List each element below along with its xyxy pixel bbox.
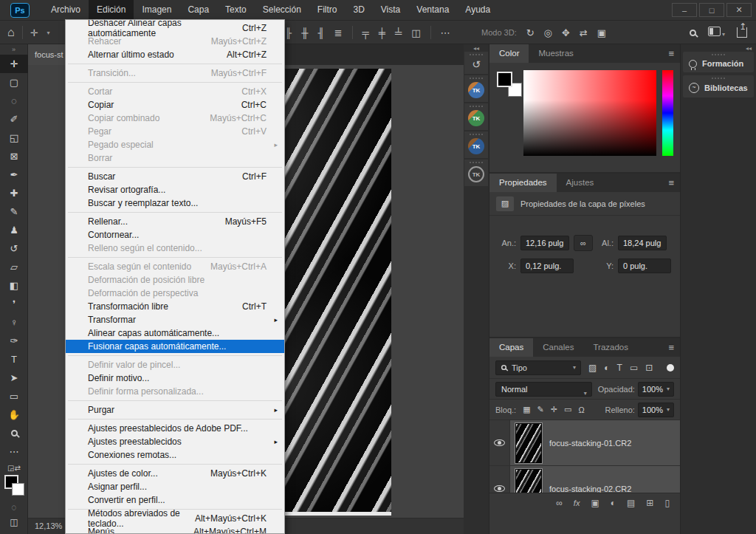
filter-smart-objects-icon[interactable]: ⊡ xyxy=(645,363,653,373)
frame-tool[interactable]: ⊠ xyxy=(0,147,28,165)
eraser-tool[interactable]: ▱ xyxy=(0,258,28,276)
type-tool[interactable]: T xyxy=(0,350,28,369)
align-vertical-centers-icon[interactable]: ╫ xyxy=(301,27,308,38)
maximize-button[interactable]: □ xyxy=(699,3,724,17)
new-layer-icon[interactable]: ⊞ xyxy=(646,498,653,508)
close-button[interactable]: ✕ xyxy=(726,3,752,17)
current-tool-icon[interactable]: ✛ xyxy=(30,27,38,38)
menu-edicion[interactable]: Edición xyxy=(89,0,134,21)
hue-slider[interactable] xyxy=(662,70,673,156)
properties-tab-ajustes[interactable]: Ajustes xyxy=(557,174,604,192)
swap-colors-icon[interactable]: ◲⇄ xyxy=(0,464,28,472)
align-top-edges-icon[interactable]: ╤ xyxy=(362,27,369,38)
menu-item-conexiones-remotas[interactable]: Conexiones remotas... xyxy=(66,448,284,462)
more-align-options-icon[interactable]: ⋯ xyxy=(441,27,450,38)
pen-tool[interactable]: ✑ xyxy=(0,332,28,350)
layers-tab-canales[interactable]: Canales xyxy=(533,338,583,357)
menu-archivo[interactable]: Archivo xyxy=(43,0,89,21)
collapse-dock-icon[interactable]: ◂◂ xyxy=(464,45,489,52)
panel-menu-icon[interactable]: ≡ xyxy=(668,174,674,192)
object-selection-tool[interactable]: ✐ xyxy=(0,110,28,129)
screen-mode-icon[interactable]: ◫ xyxy=(0,515,28,530)
distribute-spacing-icon[interactable]: ◫ xyxy=(411,27,420,38)
3d-roll-icon[interactable]: ◎ xyxy=(544,27,552,38)
tk7-panel-icon-1[interactable]: TK xyxy=(468,82,484,98)
move-tool[interactable]: ✛ xyxy=(0,55,28,73)
menu-item-deshacer-alinear-capas-automaticamente[interactable]: Deshacer Alinear capas automáticamenteCt… xyxy=(66,21,284,35)
filter-pixel-layers-icon[interactable]: ▨ xyxy=(588,363,597,373)
saturation-brightness-field[interactable] xyxy=(523,70,656,156)
gradient-tool[interactable]: ◧ xyxy=(0,276,28,295)
zoom-tool[interactable] xyxy=(0,424,28,442)
tk7-panel-icon-2[interactable]: TK xyxy=(468,110,484,126)
lock-all-icon[interactable]: Ω xyxy=(578,405,584,414)
align-horizontal-centers-icon[interactable]: ╪ xyxy=(379,27,385,38)
fill-field[interactable]: 100%▾ xyxy=(638,403,674,417)
share-icon[interactable] xyxy=(737,27,747,38)
align-bottom-edges-icon[interactable]: ╧ xyxy=(395,27,402,38)
menu-item-contornear[interactable]: Contornear... xyxy=(66,228,284,242)
blend-mode-select[interactable]: Normal ▾ xyxy=(495,382,592,397)
menu-item-fusionar-capas-automaticamente[interactable]: Fusionar capas automáticamente... xyxy=(66,340,284,353)
menu-item-convertir-en-perfil[interactable]: Convertir en perfil... xyxy=(66,493,284,507)
rectangular-marquee-tool[interactable]: ▢ xyxy=(0,73,28,92)
tk7-panel-icon-3[interactable]: TK xyxy=(468,138,484,154)
background-color-swatch[interactable] xyxy=(12,483,24,496)
lock-artboard-icon[interactable]: ▭ xyxy=(564,405,571,414)
blur-tool[interactable]: ❜ xyxy=(0,295,28,313)
rectangle-tool[interactable]: ▭ xyxy=(0,387,28,405)
lock-transparency-icon[interactable]: ▦ xyxy=(523,405,530,414)
crop-tool[interactable]: ◱ xyxy=(0,129,28,147)
menu-item-definir-motivo[interactable]: Definir motivo... xyxy=(66,372,284,385)
search-icon[interactable] xyxy=(690,30,696,36)
height-field[interactable]: 18,24 pulg xyxy=(618,236,667,250)
properties-tab-propiedades[interactable]: Propiedades xyxy=(489,174,557,192)
collapse-rail-icon[interactable]: ◂◂ xyxy=(746,45,752,52)
color-tab-muestras[interactable]: Muestras xyxy=(529,44,583,63)
color-swatches[interactable] xyxy=(497,72,522,97)
dodge-tool[interactable]: ♀ xyxy=(0,313,28,332)
menu-item-buscar-y-reemplazar-texto[interactable]: Buscar y reemplazar texto... xyxy=(66,196,284,210)
history-brush-tool[interactable]: ↺ xyxy=(0,239,28,258)
document-tab[interactable]: focus-st xyxy=(28,44,70,65)
quick-mask-icon[interactable]: ◌ xyxy=(0,500,28,515)
layer-row[interactable]: focus-stacking-01.CR2 xyxy=(489,420,680,466)
menu-ventana[interactable]: Ventana xyxy=(408,0,457,21)
tk7-panel-icon-4-card[interactable]: TK xyxy=(464,160,488,186)
menu-item-transformacion-libre[interactable]: Transformación libreCtrl+T xyxy=(66,300,284,313)
actions-panel-icon-card[interactable]: ↺ xyxy=(464,52,488,74)
layer-style-icon[interactable]: fx xyxy=(574,499,580,507)
zoom-level[interactable]: 12,13% xyxy=(35,521,62,530)
eye-icon[interactable] xyxy=(494,439,505,446)
menu-item-ajustes-preestablecidos[interactable]: Ajustes preestablecidos▸ xyxy=(66,435,284,448)
menu-item-alternar-ultimo-estado[interactable]: Alternar último estadoAlt+Ctrl+Z xyxy=(66,48,284,61)
workspace-switcher-icon[interactable] xyxy=(708,27,721,36)
width-field[interactable]: 12,16 pulg xyxy=(520,236,569,250)
3d-drag-icon[interactable]: ✥ xyxy=(562,27,570,38)
minimize-button[interactable]: – xyxy=(672,3,697,17)
3d-slide-icon[interactable]: ⇄ xyxy=(580,27,588,38)
color-tab-color[interactable]: Color xyxy=(489,44,529,63)
menu-item-ajustes-de-color[interactable]: Ajustes de color...Mayús+Ctrl+K xyxy=(66,467,284,480)
opacity-field[interactable]: 100%▾ xyxy=(638,382,674,397)
panel-menu-icon[interactable]: ≡ xyxy=(668,338,674,357)
layers-tab-trazados[interactable]: Trazados xyxy=(583,338,638,357)
menu-item-rellenar[interactable]: Rellenar...Mayús+F5 xyxy=(66,215,284,228)
layer-content[interactable]: focus-stacking-01.CR2 xyxy=(510,420,680,465)
home-icon[interactable]: ⌂ xyxy=(7,26,15,39)
foreground-color-swatch[interactable] xyxy=(497,72,512,87)
tk7-panel-icon-2-card[interactable]: TK xyxy=(464,103,488,130)
menu-item-metodos-abreviados-de-teclado[interactable]: Métodos abreviados de teclado...Alt+Mayú… xyxy=(66,512,284,525)
eyedropper-tool[interactable]: ✒ xyxy=(0,165,28,184)
menu-filtro[interactable]: Filtro xyxy=(309,0,346,21)
menu-item-alinear-capas-automaticamente[interactable]: Alinear capas automáticamente... xyxy=(66,326,284,340)
actions-panel-icon[interactable]: ↺ xyxy=(464,58,488,70)
menu-seleccion[interactable]: Selección xyxy=(255,0,309,21)
y-field[interactable]: 0 pulg. xyxy=(618,259,671,273)
lock-paint-icon[interactable]: ✎ xyxy=(537,405,544,414)
menu-item-menus[interactable]: Menús...Alt+Mayús+Ctrl+M xyxy=(66,525,284,534)
menu-3d[interactable]: 3D xyxy=(345,0,372,21)
menu-capa[interactable]: Capa xyxy=(179,0,217,21)
3d-orbit-icon[interactable]: ↻ xyxy=(526,27,535,38)
align-right-edges-icon[interactable]: ╢ xyxy=(317,27,324,38)
